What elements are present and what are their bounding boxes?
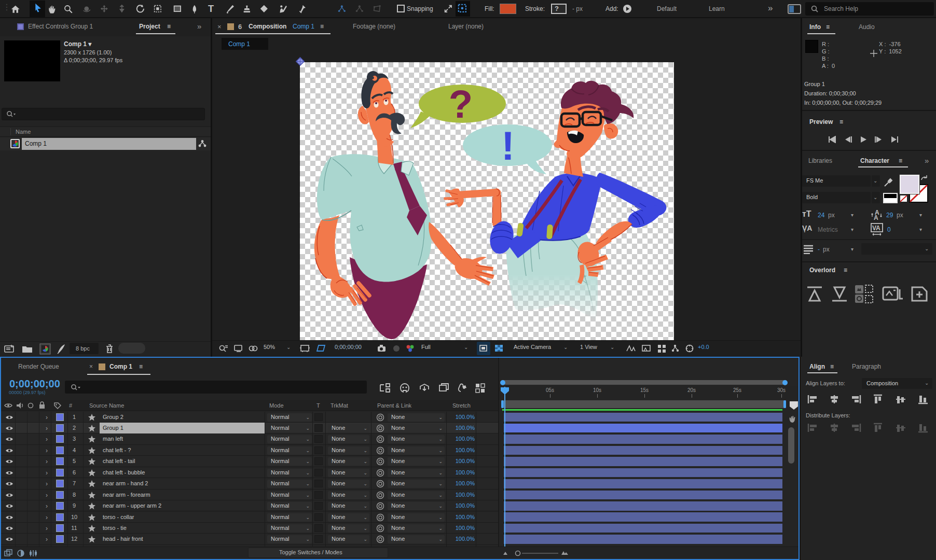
svg-text:?: ? [449, 82, 473, 126]
svg-text:VA: VA [872, 225, 880, 232]
svg-text:!: ! [501, 123, 515, 169]
svg-text:A: A [874, 214, 878, 221]
